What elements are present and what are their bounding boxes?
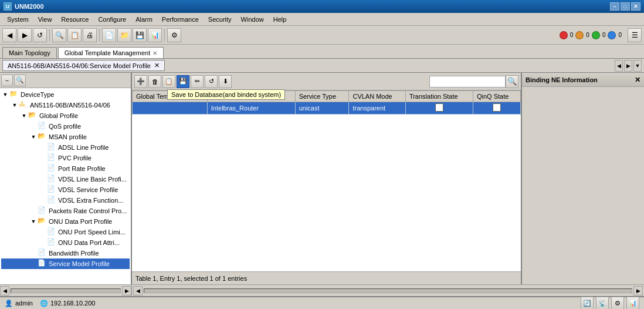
toolbar-fwd-btn[interactable]: ▶ xyxy=(18,28,32,42)
tree-packets-rate[interactable]: 📄 Packets Rate Control Pro... xyxy=(1,206,130,216)
status-btn-2[interactable]: 📡 xyxy=(596,297,609,309)
toolbar-refresh-btn[interactable]: ↺ xyxy=(33,28,47,42)
status-btn-3[interactable]: ⚙ xyxy=(611,297,624,309)
msan-expander[interactable]: ▼ xyxy=(29,133,38,141)
menu-configure[interactable]: Configure xyxy=(93,15,131,24)
hscroll-table-right-btn[interactable]: ▶ xyxy=(633,286,643,295)
toolbar-back-btn[interactable]: ◀ xyxy=(2,28,16,42)
search-button[interactable]: 🔍 xyxy=(506,75,518,88)
menu-security[interactable]: Security xyxy=(204,15,236,24)
toolbar-sep-2 xyxy=(99,29,100,42)
tbl-download-btn[interactable]: ⬇ xyxy=(219,75,232,88)
tree-search-btn[interactable]: 🔍 xyxy=(14,75,26,86)
content-nav-controls: ◀ ▶ ▼ xyxy=(615,60,642,72)
content-nav-down[interactable]: ▼ xyxy=(633,60,642,72)
hscroll-table-left-btn[interactable]: ◀ xyxy=(133,286,143,295)
table-row[interactable]: Intelbras_Router unicast transparent xyxy=(133,102,521,115)
status-dot-blue xyxy=(608,31,616,39)
ip-address: 192.168.10.200 xyxy=(50,300,95,307)
menu-performance[interactable]: Performance xyxy=(157,15,204,24)
menu-window[interactable]: Window xyxy=(236,15,269,24)
root-expander[interactable]: ▼ xyxy=(1,90,9,99)
hscroll-table-track[interactable] xyxy=(144,288,632,293)
tbl-refresh-btn[interactable]: ↺ xyxy=(205,75,218,88)
toolbar-btn-3[interactable]: 🖨 xyxy=(83,28,97,42)
search-box: 🔍 xyxy=(429,75,518,88)
toolbar-search-btn[interactable]: 🔍 xyxy=(52,28,66,42)
toolbar-btn-8[interactable]: ⚙ xyxy=(167,28,181,42)
col-header-cvlan: CVLAN Mode xyxy=(349,91,405,102)
menu-resource[interactable]: Resource xyxy=(56,15,93,24)
tree-vdsl-service[interactable]: 📄 VDSL Service Profile xyxy=(1,184,130,195)
tab-main-topology[interactable]: Main Topology xyxy=(2,47,57,58)
tab-global-template-close[interactable]: ✕ xyxy=(152,50,157,56)
tree-qos-profile[interactable]: 📄 QoS profile xyxy=(1,121,130,132)
tree-port-rate[interactable]: 📄 Port Rate Profile xyxy=(1,163,130,174)
tab-global-template[interactable]: Global Template Management ✕ xyxy=(58,47,164,58)
tree-vdsl-basic[interactable]: 📄 VDSL Line Basic Profi... xyxy=(1,174,130,184)
right-panel-close[interactable]: ✕ xyxy=(635,76,640,84)
qinq-checkbox[interactable] xyxy=(493,103,501,112)
maximize-button[interactable]: □ xyxy=(621,2,630,11)
tree-adsl[interactable]: 📄 ADSL Line Profile xyxy=(1,142,130,153)
onu-port-speed-icon: 📄 xyxy=(47,227,56,237)
tree-pvc[interactable]: 📄 PVC Profile xyxy=(1,153,130,163)
tbl-delete-btn[interactable]: 🗑 xyxy=(148,75,161,88)
tree-global-profile[interactable]: ▼ 📂 Global Profile xyxy=(1,110,130,121)
tree-root-label: DeviceType xyxy=(21,91,54,98)
toolbar-btn-4[interactable]: 📄 xyxy=(102,28,116,42)
status-bar: 👤 admin 🌐 192.168.10.200 🔄 📡 ⚙ 📊 xyxy=(0,296,644,309)
tree-root[interactable]: ▼ 📁 DeviceType xyxy=(1,89,130,100)
tree-service-model[interactable]: 📄 Service Model Profile xyxy=(1,258,130,269)
minimize-button[interactable]: − xyxy=(610,2,619,11)
status-indicators: 0 0 0 0 xyxy=(560,31,622,39)
search-input[interactable] xyxy=(429,76,506,88)
col-header-id: Global Template ID xyxy=(133,91,208,102)
tbl-save-btn[interactable]: 💾 xyxy=(177,75,189,88)
tree-collapse-btn[interactable]: − xyxy=(1,75,13,86)
hscroll-right-btn[interactable]: ▶ xyxy=(122,286,131,295)
tree-vdsl-basic-label: VDSL Line Basic Profi... xyxy=(58,176,127,183)
toolbar-btn-2[interactable]: 📋 xyxy=(67,28,82,42)
content-tab[interactable]: AN5116-06B/AN5516-04/06:Service Model Pr… xyxy=(2,60,165,71)
menu-alarm[interactable]: Alarm xyxy=(131,15,157,24)
content-nav-prev[interactable]: ◀ xyxy=(615,60,623,72)
cell-id xyxy=(133,102,208,115)
hscroll-left-btn[interactable]: ◀ xyxy=(0,286,9,295)
tbl-edit-btn[interactable]: ✏ xyxy=(191,75,204,88)
table-area: ➕ 🗑 📋 💾 ✏ ↺ ⬇ Save to Database(and binde… xyxy=(132,73,521,284)
tree-msan-profile[interactable]: ▼ 📂 MSAN profile xyxy=(1,132,130,142)
status-btn-1[interactable]: 🔄 xyxy=(581,297,594,309)
tbl-copy-btn[interactable]: 📋 xyxy=(162,75,175,88)
hscroll-track-left[interactable] xyxy=(11,288,121,293)
toolbar-btn-7[interactable]: 📊 xyxy=(148,28,162,42)
tree-vdsl-extra[interactable]: 📄 VDSL Extra Function... xyxy=(1,195,130,206)
tree-an5116[interactable]: ▼ 🖧 AN5116-06B/AN5516-04/06 xyxy=(1,100,130,110)
menu-bar: System View Resource Configure Alarm Per… xyxy=(0,13,644,26)
toolbar-btn-5[interactable]: 📁 xyxy=(117,28,131,42)
status-label-red: 0 xyxy=(570,32,574,38)
global-profile-expander[interactable]: ▼ xyxy=(20,112,28,120)
tree-onu-data-port[interactable]: ▼ 📂 ONU Data Port Profile xyxy=(1,216,130,227)
tree-bandwidth[interactable]: 📄 Bandwidth Profile xyxy=(1,248,130,258)
content-nav-next[interactable]: ▶ xyxy=(624,60,632,72)
onu-data-expander[interactable]: ▼ xyxy=(29,217,38,226)
content-tab-close[interactable]: ✕ xyxy=(154,62,160,69)
toolbar-btn-6[interactable]: 💾 xyxy=(133,28,147,42)
close-button[interactable]: ✕ xyxy=(631,2,640,11)
tree-onu-data-attri[interactable]: 📄 ONU Data Port Attri... xyxy=(1,237,130,248)
cell-translation xyxy=(405,102,473,115)
menu-system[interactable]: System xyxy=(2,15,33,24)
menu-help[interactable]: Help xyxy=(269,15,292,24)
menu-view[interactable]: View xyxy=(33,15,57,24)
translation-checkbox[interactable] xyxy=(435,103,443,112)
user-icon: 👤 xyxy=(5,300,13,307)
tree-onu-port-speed[interactable]: 📄 ONU Port Speed Limi... xyxy=(1,227,130,237)
tree-qos-label: QoS profile xyxy=(49,123,81,130)
table-toolbar: ➕ 🗑 📋 💾 ✏ ↺ ⬇ Save to Database(and binde… xyxy=(132,73,521,90)
status-btn-4[interactable]: 📊 xyxy=(626,297,639,309)
tree-content: ▼ 📁 DeviceType ▼ 🖧 AN5116-06B/AN5516-04/… xyxy=(0,88,131,284)
toolbar-menu-btn[interactable]: ☰ xyxy=(628,28,642,42)
an5116-expander[interactable]: ▼ xyxy=(11,101,19,109)
tbl-add-btn[interactable]: ➕ xyxy=(134,75,147,88)
